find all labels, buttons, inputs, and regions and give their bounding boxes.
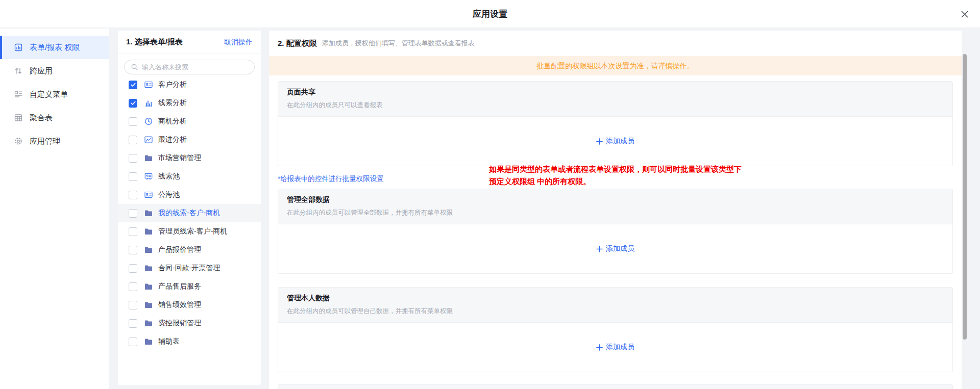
form-item-followup-analysis[interactable]: 跟进分析 [118,131,261,149]
form-item-label: 商机分析 [158,117,187,126]
permission-group-page-share: 页面共享 在此分组内的成员只可以查看报表 添加成员 [278,81,953,166]
annotation-line-1: 如果是同类型的表单或者流程表单设置权限，则可以同时批量设置该类型下 [489,163,816,175]
form-item-opportunity-analysis[interactable]: 商机分析 [118,112,261,131]
folder-icon [144,209,153,218]
checkbox-checked[interactable] [129,81,137,89]
group-title: 管理本人数据 [287,294,944,303]
checkbox-unchecked[interactable] [129,136,137,144]
form-item-label: 产品售后服务 [158,282,201,291]
checkbox-unchecked[interactable] [129,282,137,291]
form-item-marketing-mgmt[interactable]: 市场营销管理 [118,149,261,167]
sidebar-item-aggregate-table[interactable]: 聚合表 [0,106,109,129]
add-member-label: 添加成员 [606,343,634,352]
form-item-my-leads-customers-opps[interactable]: 我的线索-客户-商机 [118,204,261,222]
sidebar-item-label: 自定义菜单 [30,90,68,99]
form-item-label: 线索池 [158,172,180,181]
group-description: 在此分组内的成员可以管理自己数据，并拥有所有菜单权限 [287,307,944,316]
group-body: 添加成员 [278,224,952,273]
checkbox-unchecked[interactable] [129,264,137,273]
close-icon[interactable] [958,7,972,21]
form-item-expense-reimburse[interactable]: 费控报销管理 [118,314,261,332]
board-icon [144,172,153,181]
form-item-admin-leads-customers-opps[interactable]: 管理员线索-客户-商机 [118,222,261,241]
checkbox-unchecked[interactable] [129,246,137,254]
folder-icon [144,153,153,163]
form-item-contract-payment-invoice[interactable]: 合同-回款-开票管理 [118,259,261,277]
sidebar-item-label: 应用管理 [30,137,60,146]
form-item-sales-performance[interactable]: 销售绩效管理 [118,296,261,314]
line-chart-icon [144,135,153,144]
form-list: 客户分析 线索分析 商机分析 跟进分析 市场营销管理 [118,74,261,351]
permission-group-manage-all: 管理全部数据 在此分组内的成员可以管理全部数据，并拥有所有菜单权限 添加成员 [278,189,953,274]
batch-control-permission-link[interactable]: *给报表中的控件进行批量权限设置 [278,174,384,184]
folder-icon [144,245,153,254]
search-box[interactable] [124,60,255,74]
form-item-label: 跟进分析 [158,135,187,144]
contact-card-icon [144,80,153,89]
sidebar-item-custom-menu[interactable]: 自定义菜单 [0,83,109,106]
sidebar-item-label: 聚合表 [30,113,53,123]
form-item-label: 线索分析 [158,98,187,108]
form-item-after-sales-service[interactable]: 产品售后服务 [118,277,261,296]
form-item-customer-analysis[interactable]: 客户分析 [118,75,261,94]
form-item-label: 公海池 [158,190,180,199]
group-body: 添加成员 [278,117,952,166]
group-header: 页面共享 在此分组内的成员只可以查看报表 [278,82,952,117]
checkbox-unchecked[interactable] [129,227,137,236]
report-icon [14,43,23,52]
checkbox-unchecked[interactable] [129,172,137,181]
batch-warning-banner: 批量配置的权限组以本次设置为准，请谨慎操作。 [269,56,962,75]
search-input[interactable] [142,63,244,71]
form-item-label: 费控报销管理 [158,319,201,328]
form-item-lead-pool[interactable]: 线索池 [118,167,261,186]
permission-config-panel: 2. 配置权限 添加成员，授权他们填写、管理表单数据或查看报表 批量配置的权限组… [269,31,962,389]
vertical-scrollbar-thumb[interactable] [963,54,967,340]
cancel-action-link[interactable]: 取消操作 [224,38,253,47]
contact-card-icon [144,190,153,199]
form-item-label: 管理员线索-客户-商机 [158,227,227,236]
permission-subtitle: 添加成员，授权他们填写、管理表单数据或查看报表 [322,39,475,48]
form-item-public-pool[interactable]: 公海池 [118,186,261,204]
checkbox-unchecked[interactable] [129,209,137,218]
group-header: 管理全部数据 在此分组内的成员可以管理全部数据，并拥有所有菜单权限 [278,189,952,224]
add-member-label: 添加成员 [606,244,634,253]
sidebar-item-cross-app[interactable]: 跨应用 [0,59,109,83]
sidebar-item-app-manage[interactable]: 应用管理 [0,129,109,153]
group-description: 在此分组内的成员可以管理全部数据，并拥有所有菜单权限 [287,209,944,217]
sidebar-item-label: 表单/报表 权限 [30,43,80,53]
window-header: 应用设置 [0,0,980,28]
folder-icon [144,282,153,291]
add-member-button[interactable]: 添加成员 [596,244,634,253]
checkbox-checked[interactable] [129,99,137,108]
checkbox-unchecked[interactable] [129,191,137,199]
checkbox-unchecked[interactable] [129,117,137,126]
add-member-button[interactable]: 添加成员 [596,137,634,146]
checkbox-unchecked[interactable] [129,319,137,328]
sidebar-item-form-report-permission[interactable]: 表单/报表 权限 [0,36,109,59]
add-member-button[interactable]: 添加成员 [596,343,634,352]
permission-content: 页面共享 在此分组内的成员只可以查看报表 添加成员 *给报表中的控件进行批量权限… [269,81,962,389]
form-item-product-quote-mgmt[interactable]: 产品报价管理 [118,241,261,259]
folder-icon [144,264,153,273]
checkbox-unchecked[interactable] [129,301,137,309]
form-item-auxiliary-table[interactable]: 辅助表 [118,332,261,351]
plus-icon [596,344,603,351]
plus-icon [596,138,603,145]
checkbox-unchecked[interactable] [129,338,137,346]
form-item-label: 市场营销管理 [158,153,201,163]
add-member-label: 添加成员 [606,137,634,146]
form-select-panel: 1. 选择表单/报表 取消操作 客户分析 线索分析 商机 [118,31,261,385]
group-header: 查看全部数据 [278,385,952,389]
group-description: 在此分组内的成员只可以查看报表 [287,101,944,110]
form-item-lead-analysis[interactable]: 线索分析 [118,94,261,112]
form-item-label: 合同-回款-开票管理 [158,264,220,273]
form-item-label: 客户分析 [158,80,187,89]
gear-icon [14,137,23,146]
checkbox-unchecked[interactable] [129,154,137,163]
group-header: 管理本人数据 在此分组内的成员可以管理自己数据，并拥有所有菜单权限 [278,288,952,323]
annotation-line-2: 预定义权限组 中的所有权限。 [489,175,816,188]
bar-chart-icon [144,98,153,108]
aggregate-table-icon [14,113,23,122]
custom-menu-icon [14,90,23,99]
folder-icon [144,319,153,328]
